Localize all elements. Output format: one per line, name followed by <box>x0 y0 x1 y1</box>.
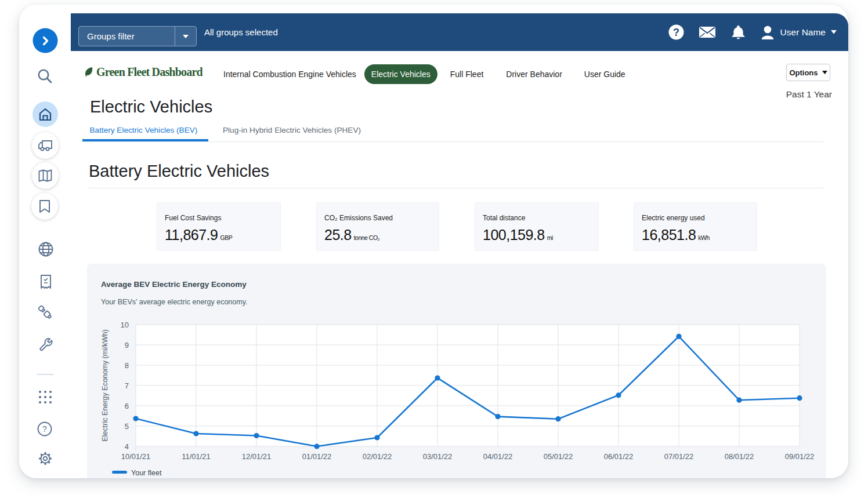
svg-text:11/01/21: 11/01/21 <box>182 452 211 461</box>
svg-text:9: 9 <box>125 341 129 350</box>
svg-text:10/01/21: 10/01/21 <box>121 452 151 461</box>
svg-text:5: 5 <box>125 422 129 431</box>
svg-text:?: ? <box>42 424 47 434</box>
svg-text:10: 10 <box>121 321 129 329</box>
svg-text:08/01/22: 08/01/22 <box>725 452 754 461</box>
svg-text:03/01/22: 03/01/22 <box>423 452 453 461</box>
svg-text:07/01/22: 07/01/22 <box>664 452 694 461</box>
svg-text:8: 8 <box>125 361 129 370</box>
svg-text:01/01/22: 01/01/22 <box>302 452 332 461</box>
svg-text:4: 4 <box>125 442 129 451</box>
svg-text:?: ? <box>673 27 679 38</box>
svg-text:Your fleet: Your fleet <box>131 469 162 477</box>
svg-text:05/01/22: 05/01/22 <box>544 452 573 461</box>
svg-text:7: 7 <box>125 381 129 390</box>
svg-text:04/01/22: 04/01/22 <box>483 452 513 461</box>
svg-text:12/01/21: 12/01/21 <box>242 452 272 461</box>
svg-text:06/01/22: 06/01/22 <box>604 452 634 461</box>
svg-text:Electric Energy Economy (mi/kW: Electric Energy Economy (mi/kWh) <box>101 329 109 441</box>
svg-text:09/01/22: 09/01/22 <box>785 452 815 461</box>
svg-text:6: 6 <box>125 402 129 410</box>
svg-text:02/01/22: 02/01/22 <box>363 452 392 461</box>
